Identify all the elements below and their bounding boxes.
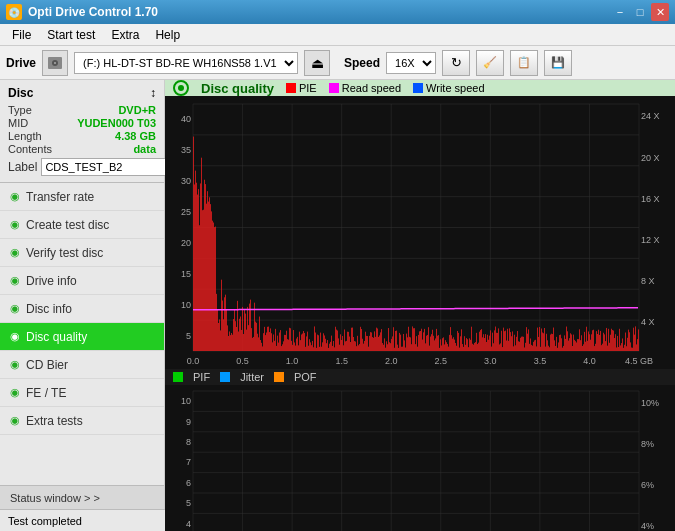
nav-fe-te-icon: ◉ <box>10 386 20 399</box>
nav-disc-quality[interactable]: ◉ Disc quality <box>0 323 164 351</box>
disc-panel-arrow[interactable]: ↕ <box>150 86 156 100</box>
menu-help[interactable]: Help <box>147 26 188 44</box>
nav-create-test-disc-label: Create test disc <box>26 218 109 232</box>
nav-disc-info-icon: ◉ <box>10 302 20 315</box>
close-button[interactable]: ✕ <box>651 3 669 21</box>
save-button[interactable]: 💾 <box>544 50 572 76</box>
menu-extra[interactable]: Extra <box>103 26 147 44</box>
disc-label-label: Label <box>8 160 37 174</box>
disc-mid-value: YUDEN000 T03 <box>77 117 156 129</box>
pif-legend-label: PIF <box>193 371 210 383</box>
menu-file[interactable]: File <box>4 26 39 44</box>
legend-pie: PIE <box>286 82 317 94</box>
pif-chart <box>165 385 675 531</box>
copy-button[interactable]: 📋 <box>510 50 538 76</box>
disc-quality-title: Disc quality <box>201 81 274 96</box>
right-panel: Disc quality PIE Read speed Write speed … <box>165 80 675 509</box>
nav-fe-te-label: FE / TE <box>26 386 66 400</box>
nav-fe-te[interactable]: ◉ FE / TE <box>0 379 164 407</box>
nav-extra-tests-icon: ◉ <box>10 414 20 427</box>
svg-point-4 <box>178 85 184 91</box>
nav-drive-info-icon: ◉ <box>10 274 20 287</box>
main-content: Disc ↕ Type DVD+R MID YUDEN000 T03 Lengt… <box>0 80 675 509</box>
minimize-button[interactable]: − <box>611 3 629 21</box>
disc-mid-row: MID YUDEN000 T03 <box>8 117 156 129</box>
title-bar: 💿 Opti Drive Control 1.70 − □ ✕ <box>0 0 675 24</box>
maximize-button[interactable]: □ <box>631 3 649 21</box>
nav-disc-quality-label: Disc quality <box>26 330 87 344</box>
legend-read-speed: Read speed <box>329 82 401 94</box>
sidebar: Disc ↕ Type DVD+R MID YUDEN000 T03 Lengt… <box>0 80 165 509</box>
drive-icon-btn <box>42 50 68 76</box>
svg-point-2 <box>54 62 56 64</box>
window-controls: − □ ✕ <box>611 3 669 21</box>
eject-button[interactable]: ⏏ <box>304 50 330 76</box>
drive-bar: Drive (F:) HL-DT-ST BD-RE WH16NS58 1.V1 … <box>0 46 675 80</box>
nav-extra-tests-label: Extra tests <box>26 414 83 428</box>
nav-verify-test-disc-icon: ◉ <box>10 246 20 259</box>
legend-write-speed: Write speed <box>413 82 485 94</box>
nav-drive-info-label: Drive info <box>26 274 77 288</box>
disc-length-row: Length 4.38 GB <box>8 130 156 142</box>
nav-cd-bier-icon: ◉ <box>10 358 20 371</box>
disc-type-value: DVD+R <box>118 104 156 116</box>
pie-legend-label: PIE <box>299 82 317 94</box>
read-speed-legend-color <box>329 83 339 93</box>
disc-contents-value: data <box>133 143 156 155</box>
disc-contents-label: Contents <box>8 143 52 155</box>
nav-disc-info-label: Disc info <box>26 302 72 316</box>
pof-legend-label: POF <box>294 371 317 383</box>
disc-label-row: Label ⚙ <box>8 158 156 176</box>
menu-start-test[interactable]: Start test <box>39 26 103 44</box>
disc-contents-row: Contents data <box>8 143 156 155</box>
nav-create-test-disc-icon: ◉ <box>10 218 20 231</box>
pif-legend-color <box>173 372 183 382</box>
nav-drive-info[interactable]: ◉ Drive info <box>0 267 164 295</box>
jitter-legend-label: Jitter <box>240 371 264 383</box>
read-speed-legend-label: Read speed <box>342 82 401 94</box>
pof-legend-color <box>274 372 284 382</box>
drive-select[interactable]: (F:) HL-DT-ST BD-RE WH16NS58 1.V1 <box>74 52 298 74</box>
pie-legend-color <box>286 83 296 93</box>
disc-mid-label: MID <box>8 117 28 129</box>
drive-label: Drive <box>6 56 36 70</box>
nav-cd-bier[interactable]: ◉ CD Bier <box>0 351 164 379</box>
pie-chart <box>165 96 675 369</box>
disc-type-row: Type DVD+R <box>8 104 156 116</box>
menu-bar: File Start test Extra Help <box>0 24 675 46</box>
disc-type-label: Type <box>8 104 32 116</box>
jitter-legend-color <box>220 372 230 382</box>
disc-panel-title: Disc <box>8 86 33 100</box>
nav-transfer-rate[interactable]: ◉ Transfer rate <box>0 183 164 211</box>
speed-select[interactable]: 16X <box>386 52 436 74</box>
erase-button[interactable]: 🧹 <box>476 50 504 76</box>
title-bar-left: 💿 Opti Drive Control 1.70 <box>6 4 158 20</box>
app-icon: 💿 <box>6 4 22 20</box>
disc-length-value: 4.38 GB <box>115 130 156 142</box>
disc-length-label: Length <box>8 130 42 142</box>
nav-extra-tests[interactable]: ◉ Extra tests <box>0 407 164 435</box>
speed-label: Speed <box>344 56 380 70</box>
nav-transfer-rate-icon: ◉ <box>10 190 20 203</box>
chart2-legend: PIF Jitter POF <box>165 369 675 385</box>
write-speed-legend-label: Write speed <box>426 82 485 94</box>
disc-panel-header: Disc ↕ <box>8 86 156 100</box>
nav-disc-info[interactable]: ◉ Disc info <box>0 295 164 323</box>
disc-quality-icon <box>173 80 189 96</box>
nav-transfer-rate-label: Transfer rate <box>26 190 94 204</box>
status-window-button[interactable]: Status window > > <box>0 485 164 509</box>
nav-disc-quality-icon: ◉ <box>10 330 20 343</box>
window-title: Opti Drive Control 1.70 <box>28 5 158 19</box>
disc-quality-header: Disc quality PIE Read speed Write speed <box>165 80 675 96</box>
disc-panel: Disc ↕ Type DVD+R MID YUDEN000 T03 Lengt… <box>0 80 164 183</box>
write-speed-legend-color <box>413 83 423 93</box>
nav-verify-test-disc-label: Verify test disc <box>26 246 103 260</box>
refresh-button[interactable]: ↻ <box>442 50 470 76</box>
nav-verify-test-disc[interactable]: ◉ Verify test disc <box>0 239 164 267</box>
charts-area: PIF Jitter POF <box>165 96 675 531</box>
nav-items: ◉ Transfer rate ◉ Create test disc ◉ Ver… <box>0 183 164 485</box>
nav-create-test-disc[interactable]: ◉ Create test disc <box>0 211 164 239</box>
nav-cd-bier-label: CD Bier <box>26 358 68 372</box>
